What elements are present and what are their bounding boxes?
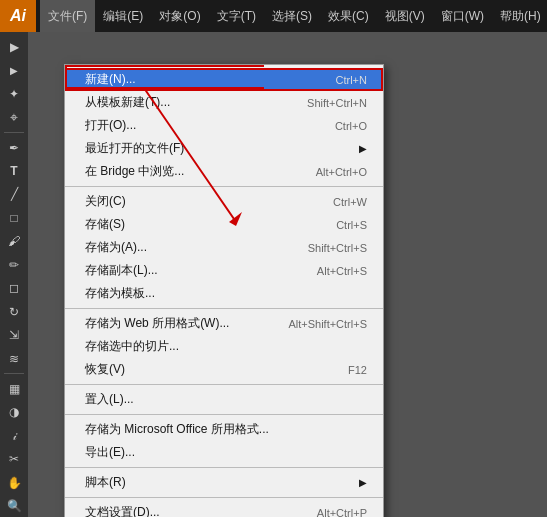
eyedropper-tool-icon[interactable]: 𝒾 [3,425,25,446]
menu-file[interactable]: 文件(F) [40,0,95,32]
menu-browse-bridge-shortcut: Alt+Ctrl+O [316,166,367,178]
menu-save-as-label: 存储为(A)... [85,239,288,256]
zoom-tool-icon[interactable]: 🔍 [3,496,25,517]
left-toolbar: ▶ ▶ ✦ ⌖ ✒ T ╱ □ 🖌 ✏ ◻ ↻ ⇲ ≋ ▦ ◑ 𝒾 ✂ ✋ 🔍 [0,32,28,517]
menu-type[interactable]: 文字(T) [209,0,264,32]
menu-new-shortcut: Ctrl+N [336,74,367,86]
menu-save-template[interactable]: 存储为模板... [65,282,383,305]
app-logo: Ai [0,0,36,32]
menu-document-setup-shortcut: Alt+Ctrl+P [317,507,367,518]
toolbar-divider-1 [4,132,24,133]
menu-edit[interactable]: 编辑(E) [95,0,151,32]
scale-tool-icon[interactable]: ⇲ [3,324,25,345]
menu-save-copy-shortcut: Alt+Ctrl+S [317,265,367,277]
menu-scripts-label: 脚本(R) [85,474,355,491]
canvas-area: www.16yc.com 新建(N)... Ctrl+N 从模板新建(T)...… [28,32,547,517]
menu-document-setup[interactable]: 文档设置(D)... Alt+Ctrl+P [65,501,383,517]
menu-view[interactable]: 视图(V) [377,0,433,32]
separator-2 [65,308,383,309]
menu-scripts[interactable]: 脚本(R) ▶ [65,471,383,494]
menu-revert[interactable]: 恢复(V) F12 [65,358,383,381]
menu-recent-files[interactable]: 最近打开的文件(F) ▶ [65,137,383,160]
paintbrush-tool-icon[interactable]: 🖌 [3,231,25,252]
separator-6 [65,497,383,498]
menu-recent-files-arrow: ▶ [359,143,367,154]
menu-save-as-shortcut: Shift+Ctrl+S [308,242,367,254]
file-dropdown-menu[interactable]: 新建(N)... Ctrl+N 从模板新建(T)... Shift+Ctrl+N… [64,64,384,517]
menu-save-copy[interactable]: 存储副本(L)... Alt+Ctrl+S [65,259,383,282]
separator-1 [65,186,383,187]
menu-document-setup-label: 文档设置(D)... [85,504,297,517]
top-bar: Ai 文件(F) 编辑(E) 对象(O) 文字(T) 选择(S) 效果(C) 视… [0,0,547,32]
separator-5 [65,467,383,468]
select-tool-icon[interactable]: ▶ [3,36,25,57]
menu-close-shortcut: Ctrl+W [333,196,367,208]
pen-tool-icon[interactable]: ✒ [3,137,25,158]
menu-save-copy-label: 存储副本(L)... [85,262,297,279]
menu-place-label: 置入(L)... [85,391,367,408]
line-tool-icon[interactable]: ╱ [3,184,25,205]
menu-open-label: 打开(O)... [85,117,315,134]
menu-save-label: 存储(S) [85,216,316,233]
eraser-tool-icon[interactable]: ◻ [3,278,25,299]
menu-export-label: 导出(E)... [85,444,367,461]
main-area: ▶ ▶ ✦ ⌖ ✒ T ╱ □ 🖌 ✏ ◻ ↻ ⇲ ≋ ▦ ◑ 𝒾 ✂ ✋ 🔍 … [0,32,547,517]
menu-bar: 文件(F) 编辑(E) 对象(O) 文字(T) 选择(S) 效果(C) 视图(V… [36,0,547,32]
direct-select-tool-icon[interactable]: ▶ [3,59,25,80]
menu-save-ms-office-label: 存储为 Microsoft Office 所用格式... [85,421,367,438]
menu-save-selected-slices-label: 存储选中的切片... [85,338,367,355]
menu-save-for-web-shortcut: Alt+Shift+Ctrl+S [288,318,367,330]
warp-tool-icon[interactable]: ≋ [3,348,25,369]
menu-help[interactable]: 帮助(H) [492,0,547,32]
menu-revert-shortcut: F12 [348,364,367,376]
menu-effect[interactable]: 效果(C) [320,0,377,32]
menu-place[interactable]: 置入(L)... [65,388,383,411]
toolbar-divider-2 [4,373,24,374]
menu-browse-bridge-label: 在 Bridge 中浏览... [85,163,296,180]
magic-wand-tool-icon[interactable]: ✦ [3,83,25,104]
scissors-tool-icon[interactable]: ✂ [3,449,25,470]
menu-new-from-template-label: 从模板新建(T)... [85,94,287,111]
menu-save-template-label: 存储为模板... [85,285,367,302]
menu-save-as[interactable]: 存储为(A)... Shift+Ctrl+S [65,236,383,259]
separator-3 [65,384,383,385]
menu-new-from-template-shortcut: Shift+Ctrl+N [307,97,367,109]
menu-open-shortcut: Ctrl+O [335,120,367,132]
menu-browse-bridge[interactable]: 在 Bridge 中浏览... Alt+Ctrl+O [65,160,383,183]
menu-recent-files-label: 最近打开的文件(F) [85,140,355,157]
menu-close[interactable]: 关闭(C) Ctrl+W [65,190,383,213]
lasso-tool-icon[interactable]: ⌖ [3,106,25,127]
rotate-tool-icon[interactable]: ↻ [3,301,25,322]
type-tool-icon[interactable]: T [3,160,25,181]
menu-new-from-template[interactable]: 从模板新建(T)... Shift+Ctrl+N [65,91,383,114]
menu-new-label: 新建(N)... [85,71,316,88]
menu-open[interactable]: 打开(O)... Ctrl+O [65,114,383,137]
graph-tool-icon[interactable]: ▦ [3,378,25,399]
pencil-tool-icon[interactable]: ✏ [3,254,25,275]
menu-save[interactable]: 存储(S) Ctrl+S [65,213,383,236]
menu-window[interactable]: 窗口(W) [433,0,492,32]
menu-scripts-arrow: ▶ [359,477,367,488]
menu-save-selected-slices[interactable]: 存储选中的切片... [65,335,383,358]
menu-export[interactable]: 导出(E)... [65,441,383,464]
hand-tool-icon[interactable]: ✋ [3,472,25,493]
gradient-tool-icon[interactable]: ◑ [3,402,25,423]
menu-revert-label: 恢复(V) [85,361,328,378]
menu-select[interactable]: 选择(S) [264,0,320,32]
menu-close-label: 关闭(C) [85,193,313,210]
menu-object[interactable]: 对象(O) [151,0,208,32]
menu-save-for-web[interactable]: 存储为 Web 所用格式(W)... Alt+Shift+Ctrl+S [65,312,383,335]
separator-4 [65,414,383,415]
shape-tool-icon[interactable]: □ [3,207,25,228]
menu-new[interactable]: 新建(N)... Ctrl+N [65,68,383,91]
menu-save-for-web-label: 存储为 Web 所用格式(W)... [85,315,268,332]
menu-save-shortcut: Ctrl+S [336,219,367,231]
menu-save-ms-office[interactable]: 存储为 Microsoft Office 所用格式... [65,418,383,441]
